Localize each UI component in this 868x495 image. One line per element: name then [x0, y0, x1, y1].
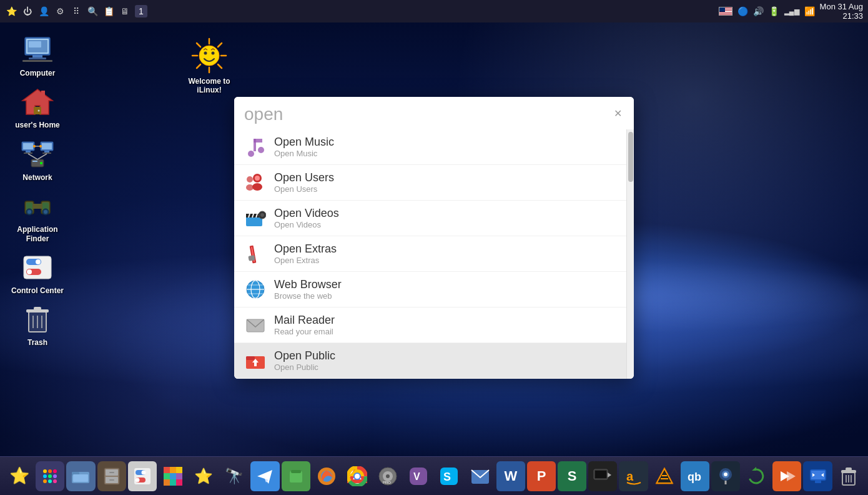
dialog-search-input[interactable]: open [244, 104, 283, 124]
dock-vlc[interactable] [650, 461, 679, 491]
dock-app-grid[interactable] [36, 461, 64, 491]
dock-firefox[interactable] [312, 461, 341, 491]
dialog-scrollbar[interactable] [626, 129, 634, 379]
web-browser-text: Web Browser Browse the web [274, 278, 342, 301]
svg-point-88 [48, 469, 52, 473]
svg-rect-2 [32, 55, 42, 58]
svg-rect-109 [164, 467, 170, 473]
svg-rect-3 [29, 58, 46, 59]
scrollbar-thumb[interactable] [628, 132, 633, 182]
desktop-icon-welcome[interactable]: Welcome toiLinux! [178, 34, 240, 98]
settings-icon[interactable]: ⚙ [54, 5, 66, 18]
dialog-close-button[interactable]: ✕ [611, 107, 624, 119]
dock-file-manager[interactable] [66, 461, 95, 491]
dock-qbittorrent[interactable]: qb [681, 461, 709, 491]
svg-point-40 [27, 269, 32, 274]
dock-spreadsheet[interactable]: S [558, 461, 586, 491]
svg-rect-139 [595, 471, 606, 478]
svg-marker-118 [257, 470, 272, 484]
desktop-icon-control-center[interactable]: Control Center [6, 249, 69, 298]
dock-binoculars[interactable]: 🔭 [220, 461, 249, 491]
dock-disk-pro[interactable]: PRO [373, 461, 402, 491]
dialog-item-open-users[interactable]: Open Users Open Users [234, 165, 626, 201]
dock-colors[interactable] [159, 461, 187, 491]
svg-rect-102 [109, 472, 114, 473]
dock-trash[interactable] [282, 461, 310, 491]
volume-icon[interactable]: 🔊 [753, 6, 764, 16]
svg-point-67 [246, 184, 254, 191]
svg-rect-62 [254, 139, 262, 142]
taskbar-right-area: 🔵 🔊 🔋 ▂▄▆ 📶 Mon 31 Aug 21:33 [719, 2, 863, 21]
open-public-icon [244, 349, 267, 372]
screen-icon[interactable]: 🖥 [119, 5, 131, 18]
user-icon[interactable]: 👤 [37, 5, 50, 18]
open-music-text: Open Music Open Music [274, 136, 334, 158]
desktop-icon-home[interactable]: user's Home [6, 83, 69, 132]
dock-trash-last[interactable] [834, 461, 863, 491]
dock-viber[interactable]: V [404, 461, 433, 491]
dock-steam[interactable] [711, 461, 740, 491]
svg-rect-6 [29, 41, 41, 48]
svg-line-26 [37, 154, 47, 159]
svg-rect-8 [34, 107, 41, 114]
svg-line-54 [218, 43, 222, 47]
dialog-content-area: Open Music Open Music [234, 129, 634, 379]
desktop-icon-trash[interactable]: Trash [6, 301, 69, 349]
network-icon-label: Network [22, 173, 52, 182]
svg-rect-16 [42, 143, 52, 149]
svg-point-20 [33, 145, 36, 148]
dock-favorites[interactable]: ⭐ [5, 461, 34, 491]
svg-point-94 [48, 479, 52, 483]
dialog-item-mail-reader[interactable]: Mail Reader Read your email [234, 308, 626, 343]
dialog-item-open-music[interactable]: Open Music Open Music [234, 129, 626, 165]
desktop-icon-computer[interactable]: Computer [6, 31, 69, 80]
dock-chrome[interactable] [343, 461, 372, 491]
dock-amazon[interactable]: a [619, 461, 648, 491]
computer-icon-label: Computer [20, 69, 56, 78]
svg-rect-85 [246, 356, 255, 360]
desktop-icon-app-finder[interactable]: Application Finder [6, 188, 69, 246]
taskbar-top: ⭐ ⏻ 👤 ⚙ ⠿ 🔍 📋 🖥 1 🔵 🔊 🔋 ▂▄▆ 📶 M [0, 0, 868, 22]
bluetooth-icon[interactable]: 🔵 [737, 6, 748, 16]
open-extras-icon [244, 242, 267, 265]
clipboard-icon[interactable]: 📋 [102, 5, 115, 18]
dock-update[interactable] [742, 461, 771, 491]
apps-grid-icon[interactable]: ⠿ [70, 5, 82, 18]
svg-rect-121 [290, 472, 302, 482]
svg-rect-116 [170, 479, 176, 486]
flag-us-icon[interactable] [719, 7, 732, 16]
dock-settings-toggle[interactable] [128, 461, 157, 491]
dock-presentation[interactable]: P [527, 461, 556, 491]
svg-rect-17 [44, 151, 49, 152]
workspace-indicator[interactable]: 1 [135, 5, 147, 18]
svg-rect-98 [73, 474, 88, 482]
dock-cabinet[interactable] [97, 461, 126, 491]
dock-mail[interactable] [466, 461, 495, 491]
desktop-icon-network[interactable]: Network [6, 136, 69, 184]
svg-rect-4 [22, 60, 52, 62]
search-icon[interactable]: 🔍 [86, 5, 99, 18]
open-extras-text: Open Extras Open Extras [274, 242, 337, 265]
menu-star-icon[interactable]: ⭐ [5, 5, 17, 18]
control-center-icon-label: Control Center [11, 286, 64, 295]
control-center-icon [21, 251, 54, 284]
svg-point-106 [141, 470, 145, 474]
power-icon[interactable]: ⏻ [21, 5, 34, 18]
svg-point-56 [199, 46, 219, 66]
svg-rect-14 [24, 152, 32, 154]
dialog-item-open-public[interactable]: Open Public Open Public [234, 343, 626, 379]
dialog-item-open-extras[interactable]: Open Extras Open Extras [234, 236, 626, 272]
dock-teamviewer[interactable] [803, 461, 832, 491]
dialog-item-open-videos[interactable]: Open Videos Open Videos [234, 201, 626, 236]
dialog-item-web-browser[interactable]: Web Browser Browse the web [234, 272, 626, 308]
dock-skype[interactable]: S [435, 461, 463, 491]
dock-star-rating[interactable]: ⭐ [189, 461, 218, 491]
dock-word[interactable]: W [496, 461, 525, 491]
battery-icon[interactable]: 🔋 [769, 6, 779, 16]
dock-screen-recorder[interactable] [588, 461, 617, 491]
network-status-icon[interactable]: 📶 [804, 6, 815, 16]
dock-remote[interactable] [772, 461, 801, 491]
signal-icon[interactable]: ▂▄▆ [784, 8, 799, 16]
dock-messenger[interactable] [250, 461, 279, 491]
svg-marker-153 [787, 471, 796, 481]
